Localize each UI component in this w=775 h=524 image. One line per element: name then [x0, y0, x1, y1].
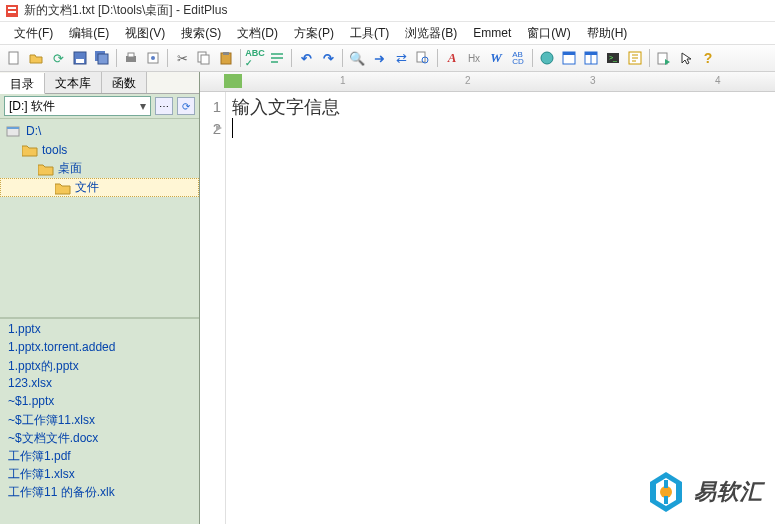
menu-tools[interactable]: 工具(T) [342, 23, 397, 44]
svg-point-11 [151, 56, 155, 60]
window1-icon[interactable] [559, 48, 579, 68]
cursor-icon[interactable] [676, 48, 696, 68]
print-icon[interactable] [121, 48, 141, 68]
line-gutter: 1 2 [200, 92, 226, 524]
svg-rect-33 [664, 480, 668, 488]
main-area: 目录 文本库 函数 [D:] 软件 ▾ ⋯ ⟳ D:\tools桌面文件 1.p… [0, 72, 775, 524]
copy-icon[interactable] [194, 48, 214, 68]
svg-rect-29 [7, 127, 19, 129]
sidebar-tabs: 目录 文本库 函数 [0, 72, 199, 94]
editor-body[interactable]: 1 2 ▸ 输入文字信息 [200, 92, 775, 524]
svg-rect-9 [128, 53, 134, 57]
folder-tree[interactable]: D:\tools桌面文件 [0, 118, 199, 318]
title-bar: 新的文档1.txt [D:\tools\桌面] - EditPlus [0, 0, 775, 22]
file-item[interactable]: 1.pptx [0, 321, 199, 339]
menu-browser[interactable]: 浏览器(B) [397, 23, 465, 44]
tree-item[interactable]: tools [0, 140, 199, 159]
saveall-icon[interactable] [92, 48, 112, 68]
charset-icon[interactable]: ABCD [508, 48, 528, 68]
app-icon [4, 3, 20, 19]
svg-text:>_: >_ [609, 54, 617, 62]
word-icon[interactable]: W [486, 48, 506, 68]
ruler-tick: 4 [715, 75, 721, 86]
menu-bar: 文件(F) 编辑(E) 视图(V) 搜索(S) 文档(D) 方案(P) 工具(T… [0, 22, 775, 44]
tree-item[interactable]: D:\ [0, 121, 199, 140]
svg-rect-3 [9, 52, 18, 64]
font-icon[interactable]: A [442, 48, 462, 68]
file-item[interactable]: ~$工作簿11.xlsx [0, 411, 199, 429]
help-icon[interactable]: ? [698, 48, 718, 68]
current-line-icon: ▸ [216, 120, 222, 134]
svg-point-18 [541, 52, 553, 64]
tree-label: 桌面 [58, 160, 82, 177]
run-icon[interactable] [654, 48, 674, 68]
code-area[interactable]: ▸ 输入文字信息 [226, 92, 775, 524]
drive-selector[interactable]: [D:] 软件 ▾ [4, 96, 151, 116]
menu-project[interactable]: 方案(P) [286, 23, 342, 44]
goto-icon[interactable]: ➜ [369, 48, 389, 68]
sidebar: 目录 文本库 函数 [D:] 软件 ▾ ⋯ ⟳ D:\tools桌面文件 1.p… [0, 72, 200, 524]
menu-window[interactable]: 窗口(W) [519, 23, 578, 44]
terminal-icon[interactable]: >_ [603, 48, 623, 68]
watermark-logo-icon [646, 470, 686, 514]
hex-icon[interactable]: Hx [464, 48, 484, 68]
preview-icon[interactable] [143, 48, 163, 68]
menu-edit[interactable]: 编辑(E) [61, 23, 117, 44]
svg-rect-15 [223, 52, 229, 55]
svg-rect-20 [563, 52, 575, 55]
svg-rect-7 [98, 54, 108, 64]
wrap-icon[interactable] [267, 48, 287, 68]
redo-icon[interactable]: ↷ [318, 48, 338, 68]
toolbar: ⟳ ✂ ABC✓ ↶ ↷ 🔍 ➜ ⇄ A Hx W ABCD >_ ? [0, 44, 775, 72]
file-item[interactable]: ~$文档文件.docx [0, 429, 199, 447]
watermark: 易软汇 [646, 470, 763, 514]
svg-rect-5 [76, 59, 84, 63]
tree-label: 文件 [75, 179, 99, 196]
file-item[interactable]: 123.xlsx [0, 375, 199, 393]
file-item[interactable]: 1.pptx的.pptx [0, 357, 199, 375]
ruler: 1 2 3 4 [200, 72, 775, 92]
find-files-icon[interactable] [413, 48, 433, 68]
ruler-tick: 3 [590, 75, 596, 86]
svg-rect-13 [201, 55, 209, 64]
cut-icon[interactable]: ✂ [172, 48, 192, 68]
file-item[interactable]: 工作簿1.pdf [0, 447, 199, 465]
drive-dots-button[interactable]: ⋯ [155, 97, 173, 115]
window-title: 新的文档1.txt [D:\tools\桌面] - EditPlus [24, 2, 227, 19]
file-item[interactable]: 工作簿1.xlsx [0, 465, 199, 483]
chevron-down-icon: ▾ [140, 99, 146, 113]
window2-icon[interactable] [581, 48, 601, 68]
search-icon[interactable]: 🔍 [347, 48, 367, 68]
paste-icon[interactable] [216, 48, 236, 68]
svg-rect-22 [585, 52, 597, 55]
tree-item[interactable]: 桌面 [0, 159, 199, 178]
replace-icon[interactable]: ⇄ [391, 48, 411, 68]
watermark-text: 易软汇 [694, 477, 763, 507]
new-icon[interactable] [4, 48, 24, 68]
browser-icon[interactable] [537, 48, 557, 68]
menu-help[interactable]: 帮助(H) [579, 23, 636, 44]
tree-item[interactable]: 文件 [0, 178, 199, 197]
menu-view[interactable]: 视图(V) [117, 23, 173, 44]
line-number: 1 [200, 96, 221, 118]
menu-file[interactable]: 文件(F) [6, 23, 61, 44]
save-icon[interactable] [70, 48, 90, 68]
drive-refresh-button[interactable]: ⟳ [177, 97, 195, 115]
file-item[interactable]: 1.pptx.torrent.added [0, 339, 199, 357]
undo-icon[interactable]: ↶ [296, 48, 316, 68]
reload-icon[interactable]: ⟳ [48, 48, 68, 68]
menu-doc[interactable]: 文档(D) [229, 23, 286, 44]
menu-search[interactable]: 搜索(S) [173, 23, 229, 44]
tab-textlib[interactable]: 文本库 [45, 72, 102, 93]
file-item[interactable]: 工作簿11 的备份.xlk [0, 483, 199, 501]
open-icon[interactable] [26, 48, 46, 68]
tab-functions[interactable]: 函数 [102, 72, 147, 93]
output-icon[interactable] [625, 48, 645, 68]
menu-emmet[interactable]: Emmet [465, 24, 519, 42]
code-line [232, 118, 769, 140]
svg-rect-34 [664, 496, 668, 504]
spell-icon[interactable]: ABC✓ [245, 48, 265, 68]
tab-directory[interactable]: 目录 [0, 73, 45, 94]
file-list[interactable]: 1.pptx1.pptx.torrent.added1.pptx的.pptx12… [0, 318, 199, 524]
file-item[interactable]: ~$1.pptx [0, 393, 199, 411]
